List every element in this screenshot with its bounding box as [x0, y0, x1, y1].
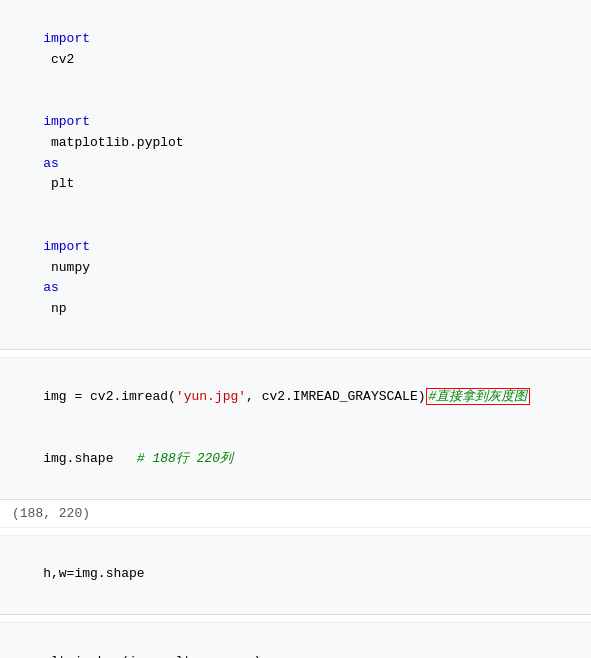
import-keyword-3: import	[43, 239, 90, 254]
shape-comment: # 188行 220列	[137, 451, 233, 466]
numpy-module: numpy	[43, 260, 98, 275]
comma-space: , cv2.IMREAD_GRAYSCALE)	[246, 389, 425, 404]
as-keyword-2: as	[43, 280, 59, 295]
comment-box: #直接拿到灰度图	[426, 388, 531, 405]
filename-string: 'yun.jpg'	[176, 389, 246, 404]
shape-line: img.shape # 188行 220列	[12, 428, 579, 490]
import-matplotlib-line: import matplotlib.pyplot as plt	[12, 91, 579, 216]
imread-cell: img = cv2.imread('yun.jpg', cv2.IMREAD_G…	[0, 358, 591, 500]
shape-output-text: (188, 220)	[12, 506, 90, 521]
imshow-cell: plt.imshow(img, plt.cm.gray)	[0, 623, 591, 658]
shape-output-cell: (188, 220)	[0, 500, 591, 528]
hw-line: h,w=img.shape	[12, 544, 579, 606]
separator-2	[0, 528, 591, 536]
plt-alias: plt	[43, 176, 74, 191]
imshow-line: plt.imshow(img, plt.cm.gray)	[12, 631, 579, 658]
matplotlib-module: matplotlib.pyplot	[43, 135, 191, 150]
separator-1	[0, 350, 591, 358]
separator-3	[0, 615, 591, 623]
np-alias: np	[43, 301, 66, 316]
cv2-module: cv2	[43, 52, 74, 67]
hw-cell: h,w=img.shape	[0, 536, 591, 615]
hw-code: h,w=img.shape	[43, 566, 144, 581]
imshow-code: plt.imshow(img, plt.cm.gray)	[43, 654, 261, 658]
imread-line: img = cv2.imread('yun.jpg', cv2.IMREAD_G…	[12, 366, 579, 428]
shape-code: img.shape	[43, 451, 137, 466]
import-numpy-line: import numpy as np	[12, 216, 579, 341]
imports-cell: import cv2 import matplotlib.pyplot as p…	[0, 0, 591, 350]
import-cv2-line: import cv2	[12, 8, 579, 91]
import-keyword: import	[43, 31, 90, 46]
as-keyword: as	[43, 156, 59, 171]
img-var: img = cv2.imread(	[43, 389, 176, 404]
import-keyword-2: import	[43, 114, 90, 129]
